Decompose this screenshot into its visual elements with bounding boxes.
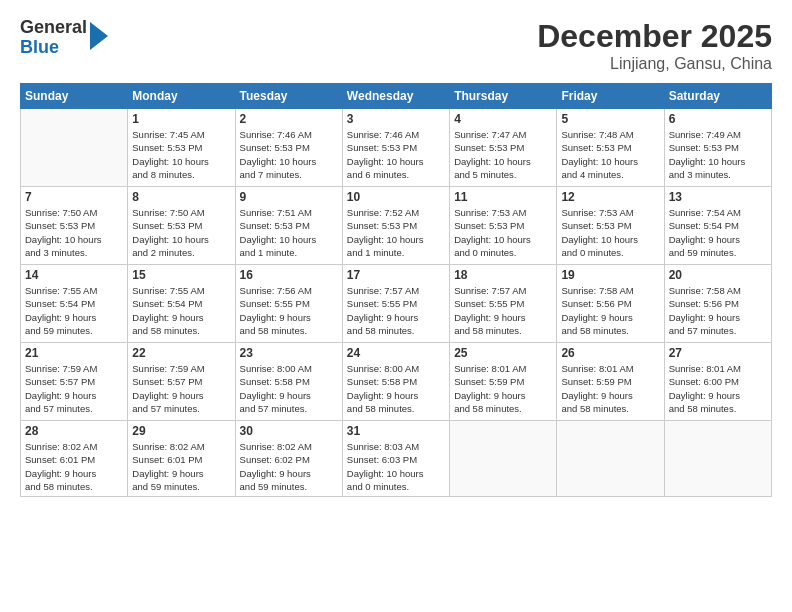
day-info: Sunrise: 7:51 AM Sunset: 5:53 PM Dayligh… <box>240 206 338 259</box>
day-info: Sunrise: 7:59 AM Sunset: 5:57 PM Dayligh… <box>132 362 230 415</box>
weekday-header: Saturday <box>664 84 771 109</box>
day-info: Sunrise: 7:46 AM Sunset: 5:53 PM Dayligh… <box>240 128 338 181</box>
calendar-cell: 30Sunrise: 8:02 AM Sunset: 6:02 PM Dayli… <box>235 421 342 497</box>
day-info: Sunrise: 7:45 AM Sunset: 5:53 PM Dayligh… <box>132 128 230 181</box>
day-number: 6 <box>669 112 767 126</box>
day-number: 30 <box>240 424 338 438</box>
calendar-cell: 6Sunrise: 7:49 AM Sunset: 5:53 PM Daylig… <box>664 109 771 187</box>
day-number: 20 <box>669 268 767 282</box>
day-info: Sunrise: 8:01 AM Sunset: 5:59 PM Dayligh… <box>561 362 659 415</box>
weekday-header: Thursday <box>450 84 557 109</box>
calendar-cell <box>21 109 128 187</box>
calendar-row: 7Sunrise: 7:50 AM Sunset: 5:53 PM Daylig… <box>21 187 772 265</box>
calendar-cell: 10Sunrise: 7:52 AM Sunset: 5:53 PM Dayli… <box>342 187 449 265</box>
day-number: 17 <box>347 268 445 282</box>
weekday-header: Wednesday <box>342 84 449 109</box>
day-number: 31 <box>347 424 445 438</box>
calendar-cell <box>450 421 557 497</box>
calendar-cell: 21Sunrise: 7:59 AM Sunset: 5:57 PM Dayli… <box>21 343 128 421</box>
day-number: 16 <box>240 268 338 282</box>
calendar-cell: 25Sunrise: 8:01 AM Sunset: 5:59 PM Dayli… <box>450 343 557 421</box>
day-number: 21 <box>25 346 123 360</box>
day-info: Sunrise: 8:03 AM Sunset: 6:03 PM Dayligh… <box>347 440 445 493</box>
calendar-cell: 3Sunrise: 7:46 AM Sunset: 5:53 PM Daylig… <box>342 109 449 187</box>
day-info: Sunrise: 7:48 AM Sunset: 5:53 PM Dayligh… <box>561 128 659 181</box>
day-number: 11 <box>454 190 552 204</box>
calendar-cell: 31Sunrise: 8:03 AM Sunset: 6:03 PM Dayli… <box>342 421 449 497</box>
day-number: 3 <box>347 112 445 126</box>
calendar-cell: 7Sunrise: 7:50 AM Sunset: 5:53 PM Daylig… <box>21 187 128 265</box>
day-info: Sunrise: 7:46 AM Sunset: 5:53 PM Dayligh… <box>347 128 445 181</box>
page: General Blue December 2025 Linjiang, Gan… <box>0 0 792 612</box>
calendar-cell: 9Sunrise: 7:51 AM Sunset: 5:53 PM Daylig… <box>235 187 342 265</box>
calendar-cell: 1Sunrise: 7:45 AM Sunset: 5:53 PM Daylig… <box>128 109 235 187</box>
logo-line1: General <box>20 18 87 38</box>
day-info: Sunrise: 8:00 AM Sunset: 5:58 PM Dayligh… <box>240 362 338 415</box>
day-number: 24 <box>347 346 445 360</box>
calendar-cell: 29Sunrise: 8:02 AM Sunset: 6:01 PM Dayli… <box>128 421 235 497</box>
day-number: 25 <box>454 346 552 360</box>
calendar-header: SundayMondayTuesdayWednesdayThursdayFrid… <box>21 84 772 109</box>
day-number: 12 <box>561 190 659 204</box>
calendar-cell: 19Sunrise: 7:58 AM Sunset: 5:56 PM Dayli… <box>557 265 664 343</box>
day-info: Sunrise: 7:53 AM Sunset: 5:53 PM Dayligh… <box>454 206 552 259</box>
calendar-row: 28Sunrise: 8:02 AM Sunset: 6:01 PM Dayli… <box>21 421 772 497</box>
calendar-cell: 12Sunrise: 7:53 AM Sunset: 5:53 PM Dayli… <box>557 187 664 265</box>
title-section: December 2025 Linjiang, Gansu, China <box>537 18 772 73</box>
calendar-cell: 14Sunrise: 7:55 AM Sunset: 5:54 PM Dayli… <box>21 265 128 343</box>
day-info: Sunrise: 7:57 AM Sunset: 5:55 PM Dayligh… <box>454 284 552 337</box>
day-info: Sunrise: 7:55 AM Sunset: 5:54 PM Dayligh… <box>25 284 123 337</box>
calendar-cell: 11Sunrise: 7:53 AM Sunset: 5:53 PM Dayli… <box>450 187 557 265</box>
calendar-cell <box>664 421 771 497</box>
day-info: Sunrise: 7:58 AM Sunset: 5:56 PM Dayligh… <box>561 284 659 337</box>
logo-text: General Blue <box>20 18 87 58</box>
logo-line2: Blue <box>20 38 87 58</box>
day-number: 14 <box>25 268 123 282</box>
day-number: 9 <box>240 190 338 204</box>
day-info: Sunrise: 7:58 AM Sunset: 5:56 PM Dayligh… <box>669 284 767 337</box>
day-number: 26 <box>561 346 659 360</box>
day-number: 23 <box>240 346 338 360</box>
day-number: 13 <box>669 190 767 204</box>
day-info: Sunrise: 7:57 AM Sunset: 5:55 PM Dayligh… <box>347 284 445 337</box>
day-number: 15 <box>132 268 230 282</box>
weekday-header: Monday <box>128 84 235 109</box>
calendar-cell: 23Sunrise: 8:00 AM Sunset: 5:58 PM Dayli… <box>235 343 342 421</box>
day-number: 28 <box>25 424 123 438</box>
calendar-cell: 15Sunrise: 7:55 AM Sunset: 5:54 PM Dayli… <box>128 265 235 343</box>
day-info: Sunrise: 7:50 AM Sunset: 5:53 PM Dayligh… <box>132 206 230 259</box>
day-number: 7 <box>25 190 123 204</box>
day-info: Sunrise: 7:54 AM Sunset: 5:54 PM Dayligh… <box>669 206 767 259</box>
header: General Blue December 2025 Linjiang, Gan… <box>20 18 772 73</box>
logo-arrow-icon <box>90 22 108 50</box>
logo: General Blue <box>20 18 108 58</box>
calendar-table: SundayMondayTuesdayWednesdayThursdayFrid… <box>20 83 772 497</box>
day-number: 4 <box>454 112 552 126</box>
day-info: Sunrise: 7:50 AM Sunset: 5:53 PM Dayligh… <box>25 206 123 259</box>
day-number: 18 <box>454 268 552 282</box>
calendar-row: 1Sunrise: 7:45 AM Sunset: 5:53 PM Daylig… <box>21 109 772 187</box>
day-number: 27 <box>669 346 767 360</box>
calendar-cell: 13Sunrise: 7:54 AM Sunset: 5:54 PM Dayli… <box>664 187 771 265</box>
day-number: 5 <box>561 112 659 126</box>
day-number: 2 <box>240 112 338 126</box>
day-info: Sunrise: 8:01 AM Sunset: 5:59 PM Dayligh… <box>454 362 552 415</box>
calendar-cell <box>557 421 664 497</box>
calendar-cell: 24Sunrise: 8:00 AM Sunset: 5:58 PM Dayli… <box>342 343 449 421</box>
day-number: 19 <box>561 268 659 282</box>
day-number: 8 <box>132 190 230 204</box>
day-info: Sunrise: 8:02 AM Sunset: 6:01 PM Dayligh… <box>25 440 123 493</box>
day-info: Sunrise: 8:01 AM Sunset: 6:00 PM Dayligh… <box>669 362 767 415</box>
day-info: Sunrise: 7:53 AM Sunset: 5:53 PM Dayligh… <box>561 206 659 259</box>
day-info: Sunrise: 8:02 AM Sunset: 6:02 PM Dayligh… <box>240 440 338 493</box>
day-number: 1 <box>132 112 230 126</box>
calendar-cell: 8Sunrise: 7:50 AM Sunset: 5:53 PM Daylig… <box>128 187 235 265</box>
calendar-cell: 22Sunrise: 7:59 AM Sunset: 5:57 PM Dayli… <box>128 343 235 421</box>
weekday-header: Sunday <box>21 84 128 109</box>
calendar-row: 21Sunrise: 7:59 AM Sunset: 5:57 PM Dayli… <box>21 343 772 421</box>
calendar-cell: 2Sunrise: 7:46 AM Sunset: 5:53 PM Daylig… <box>235 109 342 187</box>
calendar-cell: 20Sunrise: 7:58 AM Sunset: 5:56 PM Dayli… <box>664 265 771 343</box>
day-info: Sunrise: 7:52 AM Sunset: 5:53 PM Dayligh… <box>347 206 445 259</box>
page-subtitle: Linjiang, Gansu, China <box>537 55 772 73</box>
day-info: Sunrise: 7:59 AM Sunset: 5:57 PM Dayligh… <box>25 362 123 415</box>
